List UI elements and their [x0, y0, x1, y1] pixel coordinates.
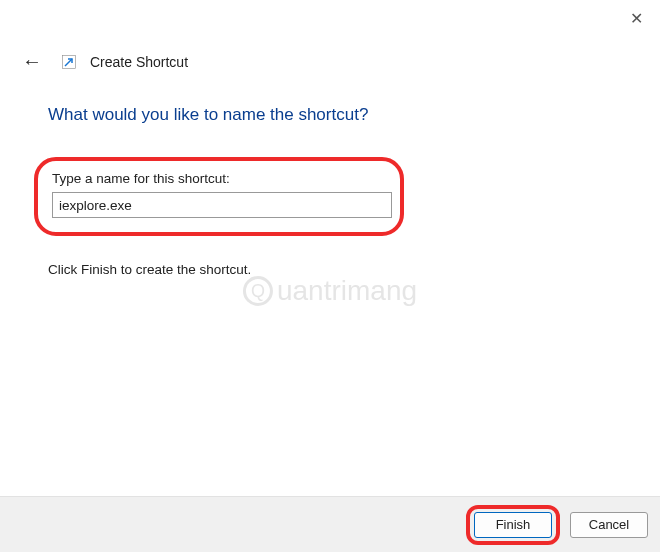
button-bar: Finish Cancel: [0, 496, 660, 552]
finish-button-highlight: Finish: [466, 505, 560, 545]
back-arrow-icon[interactable]: ←: [18, 48, 46, 75]
shortcut-name-input[interactable]: [52, 192, 392, 218]
finish-button[interactable]: Finish: [474, 512, 552, 538]
cancel-button[interactable]: Cancel: [570, 512, 648, 538]
wizard-title: Create Shortcut: [90, 54, 188, 70]
name-input-label: Type a name for this shortcut:: [52, 171, 386, 186]
shortcut-overlay-icon: [62, 55, 76, 69]
wizard-content: What would you like to name the shortcut…: [0, 75, 660, 277]
page-heading: What would you like to name the shortcut…: [48, 105, 612, 125]
create-shortcut-wizard: ✕ ← Create Shortcut What would you like …: [0, 0, 660, 552]
name-input-highlight: Type a name for this shortcut:: [34, 157, 404, 236]
watermark-q-icon: Q: [243, 276, 273, 306]
instruction-text: Click Finish to create the shortcut.: [48, 262, 612, 277]
watermark-text: uantrimang: [277, 275, 417, 307]
watermark: Q uantrimang: [243, 275, 417, 307]
wizard-header: ← Create Shortcut: [0, 0, 660, 75]
close-icon[interactable]: ✕: [628, 10, 644, 26]
